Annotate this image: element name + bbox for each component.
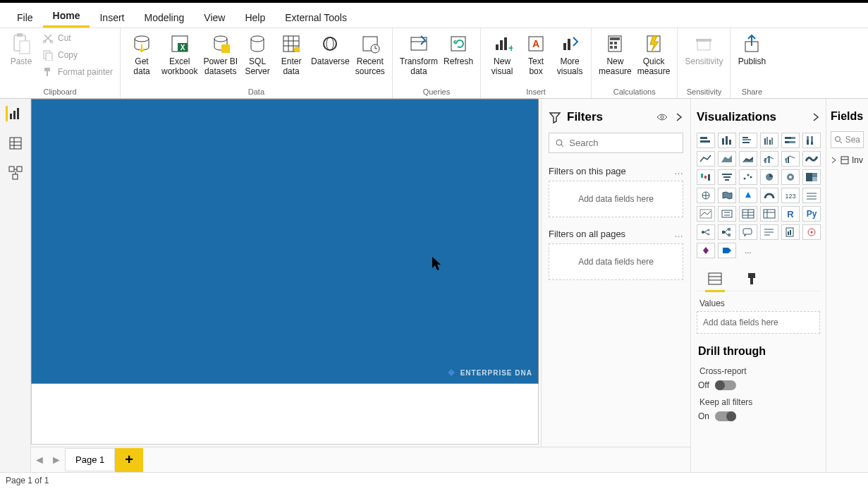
keep-filters-toggle[interactable] <box>715 411 736 421</box>
viz-decomposition[interactable] <box>718 224 736 240</box>
svg-point-56 <box>661 116 664 119</box>
get-data-button[interactable]: Get data <box>125 31 159 78</box>
svg-rect-72 <box>791 137 795 139</box>
report-page-canvas[interactable]: ENTERPRISE DNA <box>31 99 539 384</box>
viz-card[interactable]: 123 <box>781 188 800 203</box>
format-mode-button[interactable] <box>742 270 762 288</box>
fields-title: Fields <box>831 110 863 123</box>
tab-modeling[interactable]: Modeling <box>134 6 194 28</box>
viz-smart-narrative[interactable] <box>760 224 778 240</box>
viz-100-bar[interactable] <box>781 133 800 148</box>
new-measure-button[interactable]: New measure <box>596 31 635 78</box>
viz-clustered-column[interactable] <box>760 133 778 148</box>
text-box-button[interactable]: AText box <box>519 31 553 78</box>
viz-arcgis[interactable] <box>802 224 821 240</box>
filters-search[interactable] <box>549 133 683 153</box>
viz-stacked-bar[interactable] <box>697 133 715 148</box>
new-visual-button[interactable]: +New visual <box>485 31 519 78</box>
more-icon[interactable]: … <box>674 166 683 176</box>
data-view-icon[interactable] <box>8 135 23 151</box>
more-icon[interactable]: … <box>674 229 683 239</box>
collapse-filters-icon[interactable] <box>675 111 683 123</box>
filters-all-dropzone[interactable]: Add data fields here <box>549 243 683 280</box>
viz-azure-map[interactable] <box>739 188 757 203</box>
viz-clustered-bar[interactable] <box>739 133 757 148</box>
report-canvas-area[interactable]: ENTERPRISE DNA <box>31 99 541 473</box>
viz-line-column[interactable] <box>760 151 778 167</box>
sensitivity-button[interactable]: Sensitivity <box>682 31 726 68</box>
viz-funnel[interactable] <box>718 169 736 185</box>
fields-search[interactable]: Sea <box>831 131 864 148</box>
viz-matrix[interactable] <box>760 206 778 222</box>
viz-multi-card[interactable] <box>802 188 821 203</box>
viz-python[interactable]: Py <box>802 206 821 222</box>
powerbi-datasets-button[interactable]: Power BI datasets <box>200 31 240 78</box>
page-prev-button[interactable]: ◄ <box>31 448 48 472</box>
format-painter-button[interactable]: Format painter <box>39 65 116 79</box>
tab-view[interactable]: View <box>194 6 235 28</box>
viz-map[interactable] <box>697 188 715 203</box>
svg-line-58 <box>561 145 563 147</box>
report-view-icon[interactable] <box>6 106 23 121</box>
enter-data-button[interactable]: Enter data <box>274 31 308 78</box>
viz-stacked-column[interactable] <box>718 133 736 148</box>
dataverse-button[interactable]: Dataverse <box>308 31 353 68</box>
viz-paginated[interactable] <box>781 224 800 240</box>
viz-stacked-area[interactable] <box>739 151 757 167</box>
viz-pie[interactable] <box>760 169 778 185</box>
viz-waterfall[interactable] <box>697 169 715 185</box>
viz-kpi[interactable] <box>697 206 715 222</box>
page-tab-1[interactable]: Page 1 <box>65 448 115 471</box>
viz-donut[interactable] <box>781 169 800 185</box>
viz-gauge[interactable] <box>760 188 778 203</box>
viz-automate[interactable] <box>718 243 736 258</box>
group-label-data: Data <box>125 86 388 98</box>
tab-external-tools[interactable]: External Tools <box>275 6 357 28</box>
status-bar: Page 1 of 1 <box>0 472 868 489</box>
add-page-button[interactable]: + <box>115 448 143 472</box>
recent-sources-button[interactable]: Recent sources <box>353 31 388 78</box>
tab-help[interactable]: Help <box>235 6 275 28</box>
viz-area[interactable] <box>718 151 736 167</box>
filters-search-input[interactable] <box>569 138 677 148</box>
eye-icon[interactable] <box>656 111 668 123</box>
excel-workbook-button[interactable]: XExcel workbook <box>159 31 200 78</box>
visualization-gallery: 123 R Py … <box>697 130 820 264</box>
viz-line-clustered[interactable] <box>781 151 800 167</box>
viz-key-influencers[interactable] <box>697 224 715 240</box>
page-next-button[interactable]: ► <box>48 448 65 472</box>
viz-100-column[interactable] <box>802 133 821 148</box>
viz-scatter[interactable] <box>739 169 757 185</box>
viz-more[interactable]: … <box>739 243 757 258</box>
viz-r[interactable]: R <box>781 206 800 222</box>
publish-button[interactable]: Publish <box>735 31 769 68</box>
viz-slicer[interactable] <box>718 206 736 222</box>
copy-button[interactable]: Copy <box>39 48 116 62</box>
refresh-button[interactable]: Refresh <box>441 31 476 68</box>
viz-filled-map[interactable] <box>718 188 736 203</box>
viz-treemap[interactable] <box>802 169 821 185</box>
collapse-viz-icon[interactable] <box>812 111 820 123</box>
tab-insert[interactable]: Insert <box>90 6 134 28</box>
model-view-icon[interactable] <box>8 165 23 181</box>
viz-ribbon[interactable] <box>802 151 821 167</box>
svg-rect-126 <box>728 234 731 236</box>
svg-marker-79 <box>721 155 732 162</box>
viz-qa[interactable] <box>739 224 757 240</box>
cross-report-toggle[interactable] <box>715 380 736 390</box>
cut-button[interactable]: Cut <box>39 31 116 45</box>
fields-table-item[interactable]: Inv <box>831 154 864 167</box>
filters-page-dropzone[interactable]: Add data fields here <box>549 181 683 217</box>
more-visuals-button[interactable]: More visuals <box>553 31 587 78</box>
viz-table[interactable] <box>739 206 757 222</box>
viz-line[interactable] <box>697 151 715 167</box>
fields-mode-button[interactable] <box>705 270 725 288</box>
paste-button[interactable]: Paste <box>4 31 38 68</box>
viz-powerapps[interactable] <box>697 243 715 258</box>
values-dropzone[interactable]: Add data fields here <box>697 311 820 334</box>
sql-server-button[interactable]: SQL Server <box>240 31 274 78</box>
quick-measure-button[interactable]: Quick measure <box>635 31 673 78</box>
transform-data-button[interactable]: Transform data <box>397 31 441 78</box>
tab-home[interactable]: Home <box>43 4 90 28</box>
tab-file[interactable]: File <box>7 6 43 28</box>
